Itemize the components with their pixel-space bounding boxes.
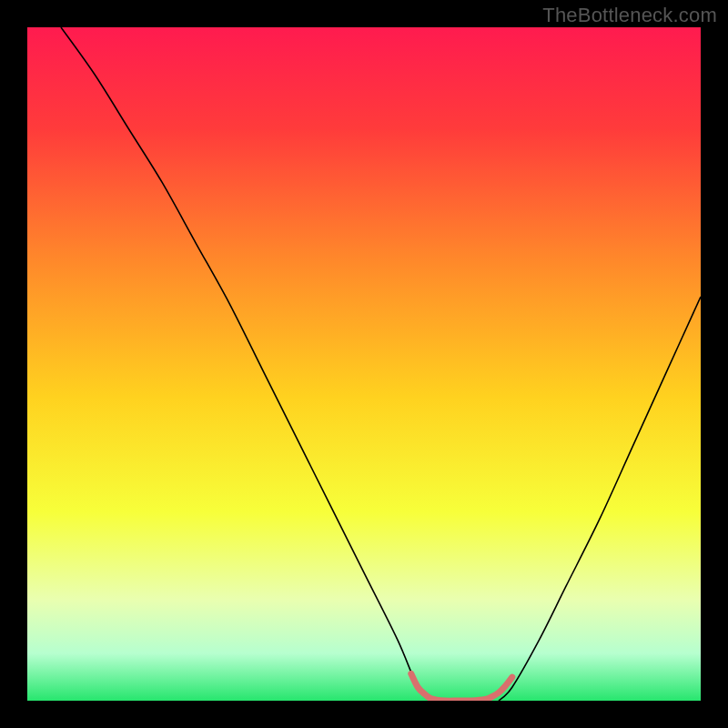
- curve-layer: [27, 27, 701, 701]
- watermark-text: TheBottleneck.com: [542, 4, 717, 27]
- plot-area: [27, 27, 701, 701]
- chart-frame: TheBottleneck.com: [0, 0, 728, 728]
- bottom-highlight-curve: [411, 673, 512, 701]
- left-branch-curve: [61, 27, 431, 701]
- right-branch-curve: [499, 297, 701, 701]
